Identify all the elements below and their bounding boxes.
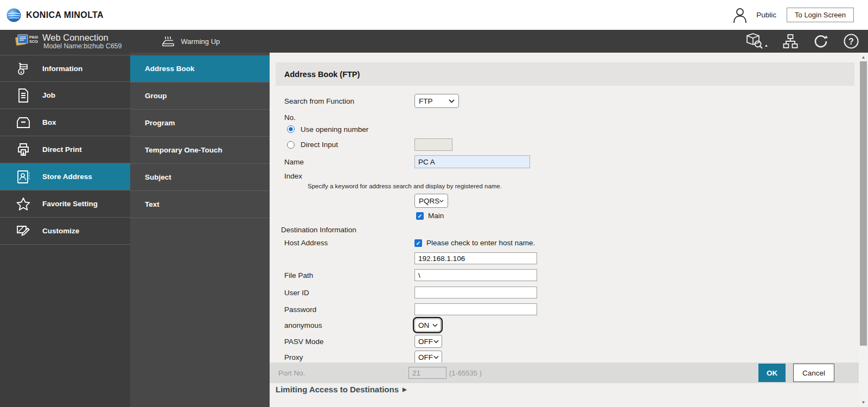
sidebar-item-customize[interactable]: Customize <box>0 218 130 245</box>
user-name: Public <box>756 11 776 19</box>
search-from-function-label: Search from Function <box>284 97 414 105</box>
sidebar-item-information[interactable]: Information <box>0 55 130 82</box>
file-path-field[interactable] <box>414 269 537 281</box>
submenu-item-subject[interactable]: Subject <box>130 164 270 191</box>
anonymous-value: ON <box>418 321 429 329</box>
use-opening-number-radio[interactable] <box>287 125 295 133</box>
pasv-mode-value: OFF <box>418 338 433 346</box>
cancel-button[interactable]: Cancel <box>793 364 834 382</box>
name-row: Name <box>276 155 859 168</box>
submenu-item-text[interactable]: Text <box>130 191 270 218</box>
customize-icon <box>15 224 32 238</box>
name-field[interactable] <box>414 155 530 168</box>
submenu-item-group[interactable]: Group <box>130 82 270 110</box>
main-label: Main <box>428 212 444 220</box>
device-search-icon[interactable] <box>745 32 768 50</box>
globe-icon <box>7 8 21 22</box>
proxy-label: Proxy <box>284 353 414 361</box>
user-id-field[interactable] <box>414 287 537 298</box>
sidebar-item-label: Customize <box>42 227 79 235</box>
pasv-mode-select[interactable]: OFF <box>414 335 442 348</box>
vertical-scrollbar[interactable]: ▲ ▼ <box>859 53 868 407</box>
password-label: Password <box>284 306 414 314</box>
page-title: Address Book (FTP) <box>276 62 854 86</box>
submenu-item-label: Temporary One-Touch <box>145 146 222 154</box>
sidebar-item-label: Job <box>42 91 55 99</box>
index-select[interactable]: PQRS <box>414 194 448 208</box>
to-login-screen-button[interactable]: To Login Screen <box>787 8 854 22</box>
chevron-down-icon <box>433 355 439 359</box>
submenu-item-label: Address Book <box>145 65 195 73</box>
submenu-item-program[interactable]: Program <box>130 110 270 137</box>
status-text: Warming Up <box>181 37 220 46</box>
top-bar: KONICA MINOLTA Public To Login Screen <box>0 0 868 30</box>
proxy-row: Proxy OFF <box>276 351 859 364</box>
index-select-row: PQRS <box>276 194 859 208</box>
file-path-row: File Path <box>276 269 859 281</box>
proxy-select[interactable]: OFF <box>414 351 442 364</box>
submenu-item-temporary-one-touch[interactable]: Temporary One-Touch <box>130 137 270 164</box>
check-icon: ✓ <box>416 240 421 246</box>
anonymous-select[interactable]: ON <box>414 319 441 332</box>
submenu-item-label: Text <box>145 200 159 208</box>
search-from-function-select[interactable]: FTP <box>414 94 459 108</box>
host-name-check-label: Please check to enter host name. <box>426 239 535 247</box>
main-sidebar: Information Job Box <box>0 53 130 407</box>
sidebar-item-direct-print[interactable]: Direct Print <box>0 136 130 163</box>
direct-input-radio[interactable] <box>287 141 295 149</box>
port-range-label: (1-65535 ) <box>449 369 482 377</box>
scrollbar-thumb[interactable] <box>860 61 867 346</box>
ok-button[interactable]: OK <box>758 364 786 382</box>
direct-input-field[interactable] <box>414 138 452 151</box>
password-field[interactable] <box>414 303 537 315</box>
use-opening-number-row: Use opening number <box>276 125 859 133</box>
scroll-up-arrow[interactable]: ▲ <box>859 53 868 61</box>
anonymous-label: anonymous <box>284 321 414 329</box>
refresh-icon[interactable] <box>813 33 828 49</box>
content-panel: Address Book (FTP) Search from Function … <box>270 53 859 407</box>
chevron-down-icon <box>433 340 439 344</box>
index-note: Specify a keyword for address search and… <box>308 183 502 189</box>
host-address-label: Host Address <box>284 239 414 247</box>
port-no-field[interactable] <box>409 367 446 379</box>
sidebar-item-label: Information <box>42 65 82 73</box>
box-icon <box>15 116 32 129</box>
sidebar-item-store-address[interactable]: Store Address <box>0 163 130 190</box>
index-label-row: Index <box>276 171 859 180</box>
submenu-item-label: Program <box>145 119 175 127</box>
network-map-icon[interactable] <box>782 33 799 49</box>
host-address-field[interactable] <box>414 252 537 264</box>
user-id-label: User ID <box>284 289 414 297</box>
main-checkbox[interactable]: ✓ <box>416 212 424 220</box>
file-path-label: File Path <box>284 271 414 279</box>
sidebar-item-favorite-setting[interactable]: Favorite Setting <box>0 190 130 218</box>
submenu-item-label: Group <box>145 92 167 100</box>
submenu-item-address-book[interactable]: Address Book <box>130 55 270 82</box>
store-address-submenu: Address Book Group Program Temporary One… <box>130 53 270 407</box>
scroll-down-arrow[interactable]: ▼ <box>859 398 868 406</box>
use-opening-number-label: Use opening number <box>301 125 368 133</box>
host-address-row: Host Address ✓ Please check to enter hos… <box>276 239 859 247</box>
no-label: No. <box>284 113 296 122</box>
proxy-value: OFF <box>418 353 433 361</box>
information-icon <box>15 60 32 77</box>
limiting-access-link[interactable]: Limiting Access to Destinations ▶ <box>276 385 407 394</box>
search-from-function-value: FTP <box>419 97 433 105</box>
direct-input-label: Direct Input <box>301 141 338 149</box>
index-note-row: Specify a keyword for address search and… <box>276 182 859 189</box>
warming-up-icon <box>161 35 175 48</box>
help-icon[interactable]: ? <box>843 33 859 49</box>
badge-line1: PAGE <box>29 35 38 39</box>
port-no-label: Port No. <box>278 369 409 377</box>
name-label: Name <box>284 158 414 166</box>
badge-line2: SCOPE <box>29 40 38 43</box>
sidebar-item-box[interactable]: Box <box>0 109 130 136</box>
submenu-item-label: Subject <box>145 173 171 181</box>
host-name-checkbox[interactable]: ✓ <box>414 239 422 247</box>
sidebar-item-label: Direct Print <box>42 145 82 154</box>
main-checkbox-row: ✓ Main <box>276 212 859 220</box>
sidebar-item-job[interactable]: Job <box>0 82 130 109</box>
search-from-function-row: Search from Function FTP <box>276 94 859 108</box>
index-value: PQRS <box>419 197 439 205</box>
chevron-down-icon <box>439 199 444 203</box>
